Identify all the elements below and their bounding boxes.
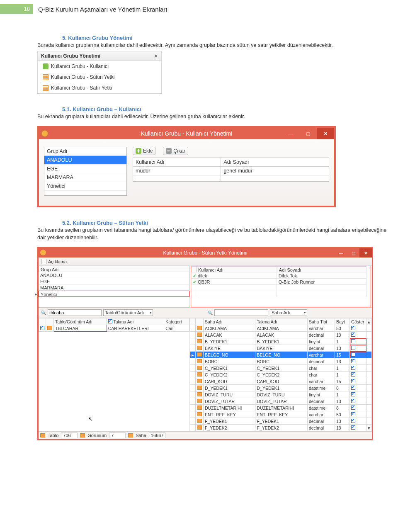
field-bayt-cell[interactable]: 50 bbox=[335, 411, 350, 418]
group-row[interactable]: Yönetici bbox=[39, 291, 189, 297]
field-type-cell[interactable]: decimal bbox=[307, 425, 335, 431]
field-name-cell[interactable]: B_YEDEK1 bbox=[204, 338, 255, 345]
user-cell[interactable]: Q-Biz Job Runner bbox=[277, 279, 367, 285]
top-group-grid[interactable]: Grup Adı ANADOLU EGE MARMARA ▸Yönetici bbox=[39, 266, 190, 307]
field-type-cell[interactable]: decimal bbox=[307, 358, 335, 365]
row-check[interactable] bbox=[39, 325, 46, 332]
field-show-checkbox[interactable] bbox=[350, 378, 366, 385]
field-type-cell[interactable]: datetime bbox=[307, 385, 335, 391]
close-button[interactable]: ✕ bbox=[359, 248, 372, 257]
group-row[interactable]: EGE bbox=[39, 278, 189, 284]
table-name-cell[interactable]: TBLCAHAR bbox=[54, 325, 107, 332]
field-show-checkbox[interactable] bbox=[350, 391, 366, 398]
field-bayt-cell[interactable]: 1 bbox=[335, 365, 350, 372]
field-bayt-cell[interactable]: 13 bbox=[335, 358, 350, 365]
field-name-cell[interactable]: CARI_KOD bbox=[204, 378, 255, 385]
field-alias-cell[interactable]: CARI_KOD bbox=[255, 378, 307, 385]
maximize-button[interactable]: ▢ bbox=[299, 128, 317, 139]
scroll-track[interactable] bbox=[366, 365, 372, 372]
user-cell[interactable]: Dilek Tok bbox=[277, 272, 367, 279]
field-alias-cell[interactable]: C_YEDEK1 bbox=[255, 365, 307, 372]
field-show-checkbox[interactable] bbox=[350, 398, 366, 405]
user-table[interactable]: Kullanıcı Adı Adı Soyadı müdür genel müd… bbox=[133, 158, 329, 182]
table-category-cell[interactable]: Cari bbox=[164, 325, 189, 332]
scroll-track[interactable] bbox=[366, 385, 372, 391]
field-bayt-cell[interactable]: 13 bbox=[335, 332, 350, 338]
scroll-track[interactable] bbox=[366, 372, 372, 378]
window2-title-bar[interactable]: Kullanıcı Grubu - Sütun Yetki Yönetimi —… bbox=[39, 248, 372, 257]
field-type-cell[interactable]: decimal bbox=[307, 332, 335, 338]
field-type-cell[interactable]: decimal bbox=[307, 345, 335, 352]
description-icon[interactable] bbox=[41, 259, 46, 264]
field-alias-cell[interactable]: ALACAK bbox=[255, 332, 307, 338]
field-bayt-cell[interactable]: 13 bbox=[335, 425, 350, 431]
field-alias-cell[interactable]: ENT_REF_KEY bbox=[255, 411, 307, 418]
field-type-cell[interactable]: varchar bbox=[307, 411, 335, 418]
field-alias-cell[interactable]: F_YEDEK2 bbox=[255, 425, 307, 431]
field-name-cell[interactable]: DOVIZ_TURU bbox=[204, 391, 255, 398]
field-type-cell[interactable]: decimal bbox=[307, 418, 335, 425]
scroll-track[interactable] bbox=[366, 358, 372, 365]
search-left-combo[interactable]: Tablo/Görünüm Adı bbox=[103, 309, 153, 316]
field-name-cell[interactable]: C_YEDEK2 bbox=[204, 372, 255, 378]
field-show-checkbox[interactable] bbox=[350, 385, 366, 391]
field-show-checkbox[interactable] bbox=[350, 345, 366, 352]
scroll-track[interactable] bbox=[366, 338, 372, 345]
field-type-cell[interactable]: datetime bbox=[307, 405, 335, 411]
field-row[interactable]: C_YEDEK2C_YEDEK2char1 bbox=[190, 372, 372, 378]
scroll-track[interactable] bbox=[366, 325, 372, 332]
field-bayt-cell[interactable]: 15 bbox=[335, 352, 350, 358]
minimize-button[interactable]: — bbox=[282, 128, 299, 139]
field-name-cell[interactable]: ENT_REF_KEY bbox=[204, 411, 255, 418]
row-check-icon[interactable]: ✔ bbox=[191, 279, 196, 285]
field-bayt-cell[interactable]: 1 bbox=[335, 338, 350, 345]
nav-item-kullanici[interactable]: Kullanıcı Grubu - Kullanıcı bbox=[38, 61, 161, 72]
field-row[interactable]: BAKIYEBAKIYEdecimal13 bbox=[190, 345, 372, 352]
field-row[interactable]: DOVIZ_TURUDOVIZ_TURUtinyint1 bbox=[190, 391, 372, 398]
field-row[interactable]: ALACAKALACAKdecimal13 bbox=[190, 332, 372, 338]
field-row[interactable]: F_YEDEK2F_YEDEK2decimal13▾ bbox=[190, 425, 372, 431]
scroll-track[interactable] bbox=[366, 418, 372, 425]
scroll-track[interactable] bbox=[366, 391, 372, 398]
field-type-cell[interactable]: char bbox=[307, 365, 335, 372]
field-row[interactable]: ▸BELGE_NOBELGE_NOvarchar15 bbox=[190, 352, 372, 358]
field-alias-cell[interactable]: DOVIZ_TUTAR bbox=[255, 398, 307, 405]
field-alias-cell[interactable]: B_YEDEK1 bbox=[255, 338, 307, 345]
top-user-grid[interactable]: Kullanıcı Adı Adı Soyadı ✔ dilek Dilek T… bbox=[191, 266, 371, 307]
field-grid[interactable]: Saha Adı Takma Adı Saha Tipi Bayt Göster… bbox=[190, 318, 372, 431]
field-show-checkbox[interactable] bbox=[350, 325, 366, 332]
field-bayt-cell[interactable]: 8 bbox=[335, 405, 350, 411]
field-show-checkbox[interactable] bbox=[350, 338, 366, 345]
field-alias-cell[interactable]: DOVIZ_TURU bbox=[255, 391, 307, 398]
minimize-button[interactable]: — bbox=[335, 248, 347, 257]
field-bayt-cell[interactable]: 8 bbox=[335, 385, 350, 391]
remove-button[interactable]: Çıkar bbox=[163, 147, 188, 155]
field-type-cell[interactable]: decimal bbox=[307, 398, 335, 405]
group-row[interactable]: Yönetici bbox=[44, 182, 126, 191]
scroll-track[interactable] bbox=[366, 378, 372, 385]
scroll-track[interactable] bbox=[366, 345, 372, 352]
field-bayt-cell[interactable]: 15 bbox=[335, 378, 350, 385]
table-grid[interactable]: Tablo/Görünüm Adı Takma Adı Kategori TBL… bbox=[39, 318, 190, 431]
field-row[interactable]: ACIKLAMAACIKLAMAvarchar50 bbox=[190, 325, 372, 332]
add-button[interactable]: Ekle bbox=[133, 147, 155, 155]
group-row[interactable]: MARMARA bbox=[39, 284, 189, 291]
maximize-button[interactable]: ▢ bbox=[347, 248, 359, 257]
field-name-cell[interactable]: F_YEDEK1 bbox=[204, 418, 255, 425]
field-show-checkbox[interactable] bbox=[350, 332, 366, 338]
search-left-input[interactable] bbox=[48, 309, 102, 316]
field-type-cell[interactable]: tinyint bbox=[307, 391, 335, 398]
field-name-cell[interactable]: ALACAK bbox=[204, 332, 255, 338]
group-row[interactable]: ANADOLU bbox=[39, 272, 189, 278]
user-cell[interactable]: müdür bbox=[133, 167, 221, 175]
field-type-cell[interactable]: varchar bbox=[307, 325, 335, 332]
close-button[interactable]: ✕ bbox=[317, 128, 334, 139]
group-list[interactable]: Grup Adı ANADOLU EGE MARMARA Yönetici bbox=[44, 147, 127, 196]
field-name-cell[interactable]: F_YEDEK2 bbox=[204, 425, 255, 431]
user-cell[interactable] bbox=[133, 178, 221, 181]
field-name-cell[interactable]: C_YEDEK1 bbox=[204, 365, 255, 372]
field-name-cell[interactable]: BAKIYE bbox=[204, 345, 255, 352]
user-cell[interactable] bbox=[221, 178, 329, 181]
search-right-combo[interactable]: Saha Adı bbox=[270, 309, 307, 316]
field-bayt-cell[interactable]: 13 bbox=[335, 345, 350, 352]
